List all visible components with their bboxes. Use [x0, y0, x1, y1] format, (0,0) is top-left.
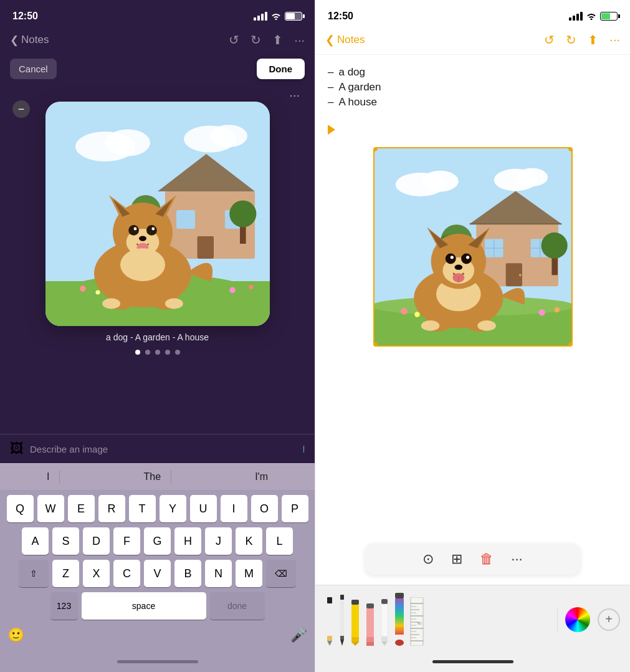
marker-yellow-tool-item[interactable]: [350, 600, 360, 646]
add-tool-button[interactable]: +: [598, 608, 620, 631]
cursor-line: [328, 120, 618, 140]
key-j[interactable]: J: [205, 527, 232, 555]
share-icon[interactable]: ⬆: [272, 32, 283, 47]
key-f[interactable]: F: [113, 527, 140, 555]
tools-area: 80: [325, 593, 552, 646]
mic-key[interactable]: 🎤: [290, 627, 307, 643]
corgi-image-right: [375, 148, 571, 345]
right-undo-icon[interactable]: ↺: [544, 32, 555, 47]
key-c[interactable]: C: [113, 560, 140, 587]
svg-point-4: [210, 125, 247, 147]
home-indicator-right: [315, 651, 630, 672]
key-t[interactable]: T: [129, 495, 156, 522]
dot-2: [145, 350, 150, 355]
key-y[interactable]: Y: [160, 495, 186, 522]
color-wheel-button[interactable]: [565, 607, 590, 632]
keyboard-done-key[interactable]: done: [210, 592, 265, 620]
key-p[interactable]: P: [282, 495, 308, 522]
right-status-time: 12:50: [328, 11, 353, 22]
image-more-options-icon[interactable]: ···: [511, 551, 522, 567]
redo-icon[interactable]: ↻: [251, 32, 261, 47]
key-m[interactable]: M: [236, 560, 262, 587]
key-i[interactable]: I: [221, 495, 247, 522]
image-selected-frame[interactable]: [373, 147, 573, 347]
key-g[interactable]: G: [144, 527, 171, 555]
trash-icon[interactable]: 🗑: [480, 551, 494, 567]
key-v[interactable]: V: [144, 560, 171, 587]
left-status-bar: 12:50: [0, 0, 315, 27]
key-q[interactable]: Q: [7, 495, 34, 522]
left-notes-label: Notes: [21, 34, 49, 46]
chalk-icon: [380, 599, 389, 646]
key-l[interactable]: L: [266, 527, 293, 555]
list-item-2: A garden: [328, 80, 618, 95]
right-share-icon[interactable]: ⬆: [588, 32, 598, 47]
pencil-tool-item[interactable]: [325, 597, 334, 646]
eraser-tool-item[interactable]: [365, 603, 375, 646]
key-k[interactable]: K: [236, 527, 262, 555]
svg-rect-93: [340, 600, 344, 636]
undo-icon[interactable]: ↺: [229, 32, 239, 47]
chevron-left-icon: ❮: [10, 34, 19, 47]
image-container-right: [340, 147, 605, 347]
pen-tool-item[interactable]: [339, 595, 345, 646]
right-more-icon[interactable]: ···: [609, 32, 620, 47]
corner-handle-br[interactable]: [568, 342, 573, 347]
image-more-icon[interactable]: ···: [289, 88, 300, 102]
remove-image-button[interactable]: −: [12, 100, 30, 118]
key-n[interactable]: N: [205, 560, 232, 587]
numbers-key[interactable]: 123: [50, 592, 78, 620]
gradient-marker-tool-item[interactable]: [394, 593, 405, 646]
right-redo-icon[interactable]: ↻: [566, 32, 576, 47]
marker-yellow-icon: [350, 600, 360, 646]
key-o[interactable]: O: [251, 495, 278, 522]
add-frame-icon[interactable]: ⊞: [451, 551, 462, 567]
key-h[interactable]: H: [174, 527, 201, 555]
right-battery-icon: [600, 12, 618, 21]
space-key[interactable]: space: [82, 592, 206, 620]
key-a[interactable]: A: [22, 527, 49, 555]
svg-point-2: [105, 129, 150, 156]
svg-rect-108: [395, 593, 404, 598]
svg-rect-96: [351, 600, 359, 605]
predictive-word-1[interactable]: I: [37, 470, 60, 484]
key-d[interactable]: D: [83, 527, 110, 555]
done-button[interactable]: Done: [257, 59, 305, 79]
more-icon[interactable]: ···: [294, 33, 305, 47]
corner-handle-bl[interactable]: [373, 342, 378, 347]
note-list: a dog A garden A house: [328, 65, 618, 110]
describe-placeholder[interactable]: Describe an image: [30, 444, 108, 454]
key-b[interactable]: B: [174, 560, 201, 587]
cursor-triangle: [328, 125, 335, 135]
left-panel: 12:50 ❮ Notes ↺ ↻ ⬆: [0, 0, 315, 672]
key-r[interactable]: R: [98, 495, 125, 522]
right-back-button[interactable]: ❮ Notes: [325, 33, 365, 47]
shift-key[interactable]: ⇧: [19, 560, 49, 587]
backspace-key[interactable]: ⌫: [266, 560, 296, 587]
svg-rect-94: [340, 636, 344, 640]
chalk-tool-item[interactable]: [380, 599, 389, 646]
predictive-word-3[interactable]: I'm: [245, 470, 278, 484]
emoji-key[interactable]: 🙂: [7, 627, 24, 643]
key-z[interactable]: Z: [52, 560, 79, 587]
key-w[interactable]: W: [37, 495, 64, 522]
left-back-button[interactable]: ❮ Notes: [10, 34, 49, 47]
kb-row-2: A S D F G H J K L: [2, 527, 312, 555]
svg-rect-103: [366, 642, 374, 646]
key-e[interactable]: E: [68, 495, 95, 522]
home-indicator-left: [0, 651, 315, 672]
ruler-tool-item[interactable]: 80: [410, 597, 424, 646]
predictive-word-2[interactable]: The: [134, 470, 172, 484]
key-s[interactable]: S: [52, 527, 79, 555]
key-x[interactable]: X: [83, 560, 110, 587]
right-nav-bar: ❮ Notes ↺ ↻ ⬆ ···: [315, 27, 630, 55]
svg-point-74: [461, 254, 472, 264]
battery-icon: [285, 12, 302, 21]
cancel-button[interactable]: Cancel: [10, 59, 57, 79]
key-u[interactable]: U: [190, 495, 217, 522]
svg-point-29: [120, 248, 165, 281]
viewfinder-icon[interactable]: ⊙: [422, 551, 434, 567]
svg-rect-109: [395, 598, 404, 635]
dot-4: [165, 350, 170, 355]
describe-link[interactable]: l: [303, 444, 305, 454]
